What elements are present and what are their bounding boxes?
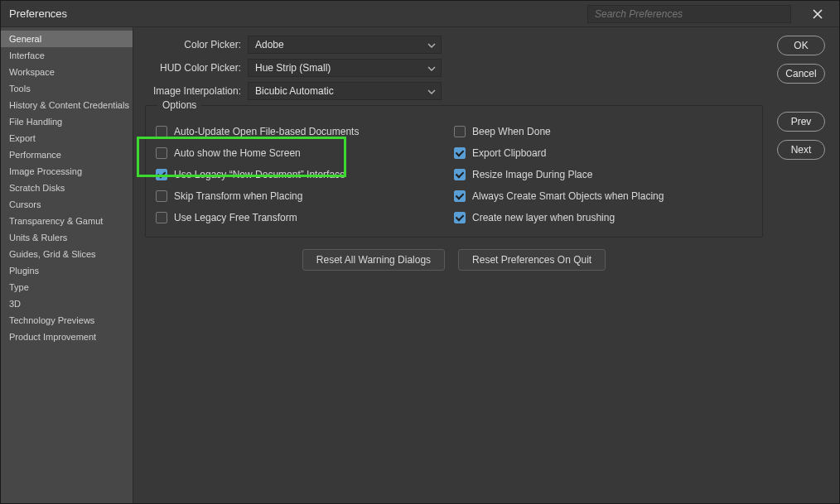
close-icon [812, 8, 823, 20]
reset-warnings-button[interactable]: Reset All Warning Dialogs [302, 249, 445, 271]
sidebar: GeneralInterfaceWorkspaceToolsHistory & … [1, 27, 133, 504]
sidebar-item-guides-grid-slices[interactable]: Guides, Grid & Slices [1, 246, 133, 262]
title-bar: Preferences [1, 1, 839, 27]
reset-on-quit-button[interactable]: Reset Preferences On Quit [458, 249, 606, 271]
checkbox[interactable] [156, 190, 167, 202]
option-label: Use Legacy “New Document” Interface [174, 169, 345, 180]
option-row: Auto-Update Open File-based Documents [156, 121, 454, 142]
options-group: Options Auto-Update Open File-based Docu… [145, 105, 763, 238]
sidebar-item-cursors[interactable]: Cursors [1, 196, 133, 213]
checkbox[interactable] [454, 147, 466, 159]
checkbox[interactable] [156, 212, 167, 223]
option-row: Auto show the Home Screen [156, 142, 454, 164]
content-area: Color Picker: Adobe HUD Color Picker: Hu… [133, 27, 775, 504]
sidebar-item-technology-previews[interactable]: Technology Previews [1, 312, 133, 329]
option-row: Use Legacy Free Transform [156, 207, 454, 228]
sidebar-item-product-improvement[interactable]: Product Improvement [1, 329, 133, 345]
image-interpolation-dropdown[interactable]: Bicubic Automatic [248, 82, 442, 100]
close-button[interactable] [804, 1, 831, 27]
sidebar-item-history-content-credentials[interactable]: History & Content Credentials [1, 97, 133, 113]
sidebar-item-export[interactable]: Export [1, 130, 133, 146]
sidebar-item-3d[interactable]: 3D [1, 295, 133, 312]
prev-button[interactable]: Prev [777, 112, 825, 132]
option-label: Always Create Smart Objects when Placing [472, 190, 664, 202]
sidebar-item-image-processing[interactable]: Image Processing [1, 163, 133, 180]
option-label: Auto-Update Open File-based Documents [174, 126, 359, 137]
option-label: Skip Transform when Placing [174, 190, 302, 202]
chevron-down-icon [427, 41, 436, 49]
option-row: Create new layer when brushing [454, 207, 752, 228]
checkbox[interactable] [454, 212, 466, 223]
color-picker-dropdown[interactable]: Adobe [248, 36, 442, 54]
option-label: Export Clipboard [472, 147, 546, 159]
sidebar-item-units-rulers[interactable]: Units & Rulers [1, 229, 133, 246]
hud-color-picker-label: HUD Color Picker: [145, 62, 248, 74]
cancel-button[interactable]: Cancel [777, 64, 825, 84]
checkbox[interactable] [454, 190, 466, 202]
option-label: Auto show the Home Screen [174, 147, 301, 159]
window-title: Preferences [9, 7, 67, 20]
sidebar-item-scratch-disks[interactable]: Scratch Disks [1, 180, 133, 196]
dialog-buttons: OK Cancel Prev Next [775, 27, 839, 504]
hud-color-picker-value: Hue Strip (Small) [255, 62, 331, 74]
image-interpolation-label: Image Interpolation: [145, 85, 248, 97]
checkbox[interactable] [156, 147, 167, 159]
sidebar-item-type[interactable]: Type [1, 279, 133, 295]
option-label: Beep When Done [472, 126, 551, 137]
checkbox[interactable] [156, 126, 167, 137]
color-picker-value: Adobe [255, 39, 284, 50]
sidebar-item-interface[interactable]: Interface [1, 47, 133, 64]
sidebar-item-performance[interactable]: Performance [1, 146, 133, 163]
checkbox[interactable] [156, 169, 167, 180]
option-row: Skip Transform when Placing [156, 185, 454, 207]
option-row: Resize Image During Place [454, 164, 752, 185]
option-row: Beep When Done [454, 121, 752, 142]
option-label: Resize Image During Place [472, 169, 592, 180]
hud-color-picker-dropdown[interactable]: Hue Strip (Small) [248, 59, 442, 77]
options-legend: Options [157, 99, 201, 111]
sidebar-item-general[interactable]: General [1, 31, 133, 47]
option-row: Export Clipboard [454, 142, 752, 164]
chevron-down-icon [427, 64, 436, 72]
sidebar-item-plugins[interactable]: Plugins [1, 262, 133, 279]
color-picker-label: Color Picker: [145, 39, 248, 50]
sidebar-item-tools[interactable]: Tools [1, 80, 133, 97]
checkbox[interactable] [454, 169, 466, 180]
sidebar-item-workspace[interactable]: Workspace [1, 64, 133, 80]
option-label: Use Legacy Free Transform [174, 212, 297, 223]
option-row: Always Create Smart Objects when Placing [454, 185, 752, 207]
checkbox[interactable] [454, 126, 466, 137]
sidebar-item-transparency-gamut[interactable]: Transparency & Gamut [1, 213, 133, 229]
image-interpolation-value: Bicubic Automatic [255, 85, 334, 97]
sidebar-item-file-handling[interactable]: File Handling [1, 113, 133, 130]
search-input[interactable] [587, 5, 791, 23]
option-row: Use Legacy “New Document” Interface [156, 164, 454, 185]
ok-button[interactable]: OK [777, 36, 825, 55]
next-button[interactable]: Next [777, 140, 825, 160]
option-label: Create new layer when brushing [472, 212, 615, 223]
chevron-down-icon [427, 87, 436, 95]
